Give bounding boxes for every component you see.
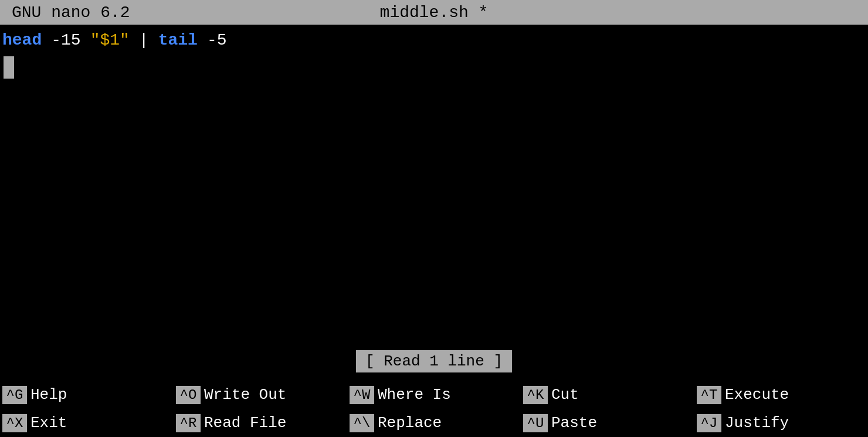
shortcut-replace[interactable]: ^\ Replace <box>347 414 521 432</box>
main-container: GNU nano 6.2 middle.sh * head -15 "$1" |… <box>0 0 868 437</box>
shortcut-key-u: ^U <box>523 414 548 432</box>
shortcut-key-g: ^G <box>2 386 27 404</box>
cursor <box>4 56 14 79</box>
shortcut-bar: ^G Help ^O Write Out ^W Where Is ^K Cut … <box>0 381 868 437</box>
shortcut-label-readfile: Read File <box>204 414 286 432</box>
status-bar: [ Read 1 line ] <box>356 350 512 372</box>
shortcut-label-help: Help <box>30 386 67 404</box>
shortcut-write-out[interactable]: ^O Write Out <box>174 386 347 404</box>
shortcut-where-is[interactable]: ^W Where Is <box>347 386 521 404</box>
shortcut-read-file[interactable]: ^R Read File <box>174 414 347 432</box>
shortcut-cut[interactable]: ^K Cut <box>521 386 694 404</box>
shortcut-label-replace: Replace <box>378 414 442 432</box>
shortcut-key-backslash: ^\ <box>350 414 374 432</box>
shortcut-key-o: ^O <box>176 386 201 404</box>
keyword-tail: tail <box>158 29 198 52</box>
shortcut-label-paste: Paste <box>551 414 597 432</box>
keyword-head: head <box>2 29 42 52</box>
shortcut-label-cut: Cut <box>551 386 579 404</box>
shortcut-exit[interactable]: ^X Exit <box>0 414 174 432</box>
code-line-1: head -15 "$1" | tail -5 <box>0 27 868 54</box>
code-line-2 <box>0 54 868 81</box>
shortcut-execute[interactable]: ^T Execute <box>694 386 868 404</box>
shortcut-paste[interactable]: ^U Paste <box>521 414 694 432</box>
shortcut-key-r: ^R <box>176 414 201 432</box>
editor-area[interactable]: head -15 "$1" | tail -5 <box>0 25 868 437</box>
shortcut-key-x: ^X <box>2 414 27 432</box>
string-arg: "$1" <box>90 29 130 52</box>
shortcut-label-whereis: Where Is <box>378 386 451 404</box>
shortcut-justify[interactable]: ^J Justify <box>694 414 868 432</box>
number-15: -15 <box>51 29 80 52</box>
shortcut-key-k: ^K <box>523 386 548 404</box>
app-name: GNU nano 6.2 <box>12 4 130 22</box>
shortcut-key-j: ^J <box>697 414 721 432</box>
shortcut-row-2: ^X Exit ^R Read File ^\ Replace ^U Paste… <box>0 409 868 437</box>
shortcut-row-1: ^G Help ^O Write Out ^W Where Is ^K Cut … <box>0 381 868 409</box>
shortcut-label-execute: Execute <box>725 386 789 404</box>
shortcut-help[interactable]: ^G Help <box>0 386 174 404</box>
shortcut-label-writeout: Write Out <box>204 386 286 404</box>
filename: middle.sh * <box>380 4 489 22</box>
shortcut-label-exit: Exit <box>30 414 67 432</box>
titlebar: GNU nano 6.2 middle.sh * <box>0 0 868 25</box>
number-5: -5 <box>207 29 227 52</box>
shortcut-label-justify: Justify <box>725 414 789 432</box>
shortcut-key-t: ^T <box>697 386 721 404</box>
pipe-char: | <box>139 29 149 52</box>
shortcut-key-w: ^W <box>350 386 374 404</box>
